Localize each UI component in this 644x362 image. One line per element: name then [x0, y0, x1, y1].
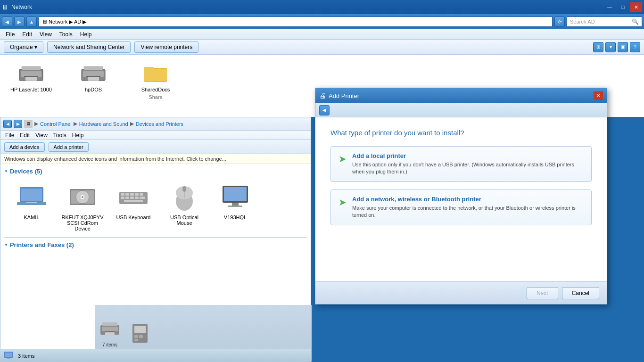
dp-menu-tools[interactable]: Tools	[50, 132, 69, 139]
menu-help[interactable]: Help	[76, 30, 96, 39]
devices-section-label: Devices (5)	[10, 168, 42, 175]
kamil-label: KAMIL	[24, 214, 39, 220]
svg-rect-28	[26, 202, 37, 203]
svg-rect-37	[130, 193, 134, 196]
svg-rect-39	[140, 193, 143, 196]
help-nav-button[interactable]: ?	[630, 42, 640, 52]
dialog-close-button[interactable]: ✕	[594, 91, 603, 100]
shareddocs-label: SharedDocs	[141, 87, 170, 92]
add-printer-button[interactable]: Add a printer	[49, 142, 89, 152]
remote-printers-button[interactable]: View remote printers	[134, 41, 198, 53]
minimize-button[interactable]: —	[603, 2, 616, 12]
forward-button[interactable]: ▶	[14, 16, 25, 27]
organize-button[interactable]: Organize ▾	[4, 41, 43, 53]
dialog-body: What type of printer do you want to inst…	[315, 117, 607, 244]
cdrom-label: RKFUT XQJ0PYV SCSI CdRom Device	[61, 214, 104, 231]
cdrom-icon	[67, 182, 98, 213]
svg-rect-67	[6, 359, 11, 359]
network-item-hpdos[interactable]: hpDOS	[70, 62, 117, 92]
svg-rect-35	[121, 193, 124, 196]
cdrom-svg	[68, 185, 97, 210]
breadcrumb-devices-printers[interactable]: Devices and Printers	[136, 121, 184, 127]
close-button[interactable]: ✕	[630, 2, 642, 12]
thumb-item-printer[interactable]: 7 items	[99, 320, 121, 347]
next-button[interactable]: Next	[527, 287, 558, 299]
network-printer-option[interactable]: ➤ Add a network, wireless or Bluetooth p…	[330, 189, 592, 225]
network-printer-title: Add a network, wireless or Bluetooth pri…	[352, 196, 584, 203]
local-printer-arrow: ➤	[339, 153, 347, 165]
printer-icon-hp	[16, 62, 46, 85]
laptop-icon	[17, 182, 47, 213]
device-item-monitor[interactable]: V193HQL	[212, 179, 259, 235]
network-item-shareddocs[interactable]: SharedDocs Share	[132, 62, 179, 100]
change-view-button[interactable]: ▾	[605, 42, 616, 52]
device-item-kamil[interactable]: KAMIL	[8, 179, 55, 235]
devices-section-header[interactable]: ▼ Devices (5)	[0, 164, 311, 177]
menu-view[interactable]: View	[36, 30, 56, 39]
svg-rect-66	[7, 358, 10, 359]
breadcrumb-sep1: ▶	[34, 121, 38, 127]
dp-menu-view[interactable]: View	[33, 132, 50, 139]
svg-rect-3	[25, 77, 37, 81]
network-printer-desc: Make sure your computer is connected to …	[352, 205, 584, 219]
back-button[interactable]: ◀	[2, 16, 12, 27]
dp-menu-edit[interactable]: Edit	[17, 132, 33, 139]
thumb-item-fax[interactable]	[129, 322, 151, 345]
dp-back-button[interactable]: ◀	[3, 120, 12, 128]
thumb-printer-count: 7 items	[102, 342, 117, 347]
menu-file[interactable]: File	[2, 30, 18, 39]
dialog-title-left: 🖨 Add Printer	[319, 92, 359, 99]
hp-printer-svg	[17, 63, 45, 84]
status-computer-icon	[4, 351, 15, 361]
search-box[interactable]: Search AD 🔍	[567, 16, 642, 27]
device-item-mouse[interactable]: USB Optical Mouse	[161, 179, 208, 235]
preview-button[interactable]: ▣	[618, 42, 628, 52]
dp-menu-bar: File Edit View Tools Help	[0, 131, 311, 140]
maximize-button[interactable]: □	[617, 2, 629, 12]
search-placeholder: Search AD	[570, 19, 595, 25]
svg-rect-2	[24, 76, 38, 77]
menu-tools[interactable]: Tools	[56, 30, 76, 39]
view-controls: ⊞ ▾ ▣ ?	[593, 42, 640, 52]
address-input[interactable]: 🖥 Network ▶ AD ▶	[39, 16, 553, 27]
menu-edit[interactable]: Edit	[18, 30, 36, 39]
dp-forward-button[interactable]: ▶	[14, 120, 22, 128]
dialog-nav-bar: ◀	[315, 103, 607, 117]
dp-menu-help[interactable]: Help	[69, 132, 87, 139]
dp-menu-file[interactable]: File	[2, 132, 17, 139]
dialog-back-button[interactable]: ◀	[319, 105, 330, 115]
local-printer-option[interactable]: ➤ Add a local printer Use this option on…	[330, 146, 592, 182]
cancel-button[interactable]: Cancel	[562, 287, 599, 299]
device-item-cdrom[interactable]: RKFUT XQJ0PYV SCSI CdRom Device	[59, 179, 106, 235]
breadcrumb-sep3: ▶	[130, 121, 134, 127]
shareddocs-subtitle: Share	[149, 94, 162, 100]
views-button[interactable]: ⊞	[593, 42, 603, 52]
address-text: 🖥 Network ▶ AD ▶	[42, 19, 86, 25]
network-title-left: 🖥 Network	[2, 3, 32, 11]
add-device-button[interactable]: Add a device	[4, 142, 45, 152]
svg-rect-8	[88, 77, 99, 81]
window-controls: — □ ✕	[603, 2, 642, 12]
network-item-hp-laserjet[interactable]: HP LaserJet 1000	[8, 62, 55, 92]
svg-rect-62	[139, 335, 143, 338]
dialog-question: What type of printer do you want to inst…	[330, 129, 592, 137]
refresh-button[interactable]: ⟳	[554, 16, 565, 27]
status-computer-item: 3 items	[4, 351, 34, 361]
info-bar[interactable]: Windows can display enhanced device icon…	[0, 154, 311, 164]
svg-rect-4	[22, 66, 41, 70]
svg-rect-36	[125, 193, 129, 196]
printers-faxes-section-header[interactable]: ▼ Printers and Faxes (2)	[0, 238, 311, 250]
devices-printers-window: ◀ ▶ 🖥 ▶ Control Panel ▶ Hardware and Sou…	[0, 117, 311, 362]
svg-point-49	[182, 186, 186, 192]
up-button[interactable]: ▲	[26, 16, 37, 27]
monitor-svg	[221, 185, 250, 210]
network-title-text: Network	[11, 4, 32, 10]
device-item-keyboard[interactable]: USB Keyboard	[110, 179, 157, 235]
breadcrumb-hardware[interactable]: Hardware and Sound	[79, 121, 128, 127]
dialog-title-bar: 🖨 Add Printer ✕	[315, 88, 607, 103]
network-icon: 🖥	[2, 3, 8, 11]
breadcrumb-control-panel[interactable]: Control Panel	[40, 121, 72, 127]
dp-toolbar: Add a device Add a printer	[0, 140, 311, 154]
network-sharing-button[interactable]: Network and Sharing Center	[47, 41, 131, 53]
svg-rect-40	[121, 197, 124, 199]
